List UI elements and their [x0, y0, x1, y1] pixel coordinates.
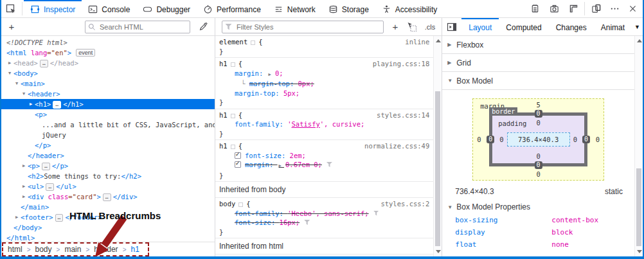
sidebar-toggle-icon[interactable] [442, 18, 461, 35]
border-right-value[interactable]: 0 [582, 136, 590, 143]
filter-styles-input[interactable] [222, 21, 384, 33]
padding-bottom-value[interactable]: 0 [492, 152, 584, 160]
expand-arrow-icon[interactable]: ▶ [6, 58, 13, 68]
markup-tree-row[interactable]: ...and a little bit of CSS, JavaScript, … [1, 120, 215, 130]
markup-tree-row[interactable]: ▶<head>…</head> [1, 58, 215, 68]
ellipsis-badge[interactable]: … [42, 163, 50, 170]
markup-tree-row[interactable]: </main> [1, 202, 215, 212]
css-declaration[interactable]: font-size: 2em; [219, 151, 429, 161]
property-name[interactable]: display [455, 228, 551, 237]
markup-tree-row[interactable]: <!DOCTYPE html> [1, 37, 215, 48]
notes-icon[interactable] [525, 0, 544, 17]
margin-right-value[interactable]: 0 [596, 136, 600, 143]
margin-left-value[interactable]: 0 [477, 136, 481, 143]
breadcrumb-item[interactable]: h1 [130, 245, 139, 254]
tab-changes[interactable]: Changes [549, 18, 594, 35]
stylesheet-link[interactable]: inline [405, 37, 429, 47]
property-value[interactable]: 'Heebo', sans-serif; [287, 210, 368, 217]
padding-top-value[interactable]: 0 [492, 119, 584, 127]
breadcrumb-item[interactable]: html [8, 245, 22, 254]
highlight-selector-icon[interactable] [231, 145, 235, 149]
rule-selector[interactable]: h1 [219, 142, 228, 150]
stylesheet-link[interactable]: styles.css:14 [377, 111, 429, 120]
tab-accessibility[interactable]: Accessibility [375, 0, 443, 17]
css-declaration[interactable]: margin: ▶ 0.67em 0; [219, 160, 429, 171]
close-icon[interactable] [623, 0, 641, 17]
markup-tree-row[interactable]: ▶<div class="card">…</div> [1, 192, 215, 202]
responsive-mode-icon[interactable] [586, 0, 605, 17]
expand-value-icon[interactable]: ▶ [269, 72, 274, 77]
border-left-value[interactable]: 0 [487, 136, 494, 143]
css-declaration[interactable]: font-family: 'Satisfy', cursive; [219, 120, 429, 129]
border-top-value[interactable]: 0 [535, 110, 542, 118]
property-name[interactable]: font-size [245, 152, 282, 159]
rule-selector[interactable]: h1 [219, 111, 228, 119]
property-value[interactable]: block [551, 228, 573, 237]
expand-arrow-icon[interactable]: ▶ [21, 181, 27, 192]
scrollbar-thumb[interactable] [636, 168, 641, 246]
expand-arrow-icon[interactable]: ▼ [13, 78, 20, 89]
declaration-checkbox[interactable] [235, 152, 241, 159]
markup-tree-row[interactable]: </html> [1, 233, 215, 242]
layout-scrollbar[interactable] [634, 36, 643, 256]
padding-right-value[interactable]: 0 [573, 136, 577, 143]
all-tabs-menu-icon[interactable]: ▼ [632, 18, 643, 35]
css-declaration[interactable]: margin-top: 5px; [219, 89, 429, 98]
stylesheet-link[interactable]: styles.css:2 [380, 199, 429, 209]
property-value[interactable]: none [551, 240, 569, 249]
padding-left-value[interactable]: 0 [499, 136, 503, 143]
css-declaration[interactable]: └ margin-top: 0px; [219, 79, 429, 89]
property-name[interactable]: margin-top [249, 80, 290, 87]
markup-tree-row[interactable]: ▼<header> [1, 89, 215, 99]
search-html-input[interactable] [85, 21, 190, 33]
scrollbar-thumb[interactable] [435, 91, 440, 246]
property-value[interactable]: 0.67em 0; [285, 161, 322, 168]
camera-icon[interactable] [544, 0, 564, 17]
tab-debugger[interactable]: Debugger [136, 0, 197, 17]
property-value[interactable]: 2em; [290, 152, 306, 159]
rule-selector[interactable]: element [219, 38, 247, 46]
toggle-classes-button[interactable]: .cls [421, 23, 440, 31]
tab-animations[interactable]: Animat [594, 18, 632, 35]
section-box-model[interactable]: ▼ Box Model [442, 72, 634, 90]
tab-console[interactable]: Console [82, 0, 136, 17]
ellipsis-badge[interactable]: … [40, 60, 48, 67]
markup-tree-row[interactable]: ▶<p>…</p> [1, 161, 215, 171]
pseudo-class-icon[interactable] [403, 22, 421, 32]
declaration-checkbox[interactable] [235, 161, 241, 168]
stylesheet-link[interactable]: normalize.css:13 [364, 256, 429, 256]
add-node-button[interactable]: + [4, 21, 19, 32]
stylesheet-link[interactable]: normalize.css:49 [364, 141, 429, 151]
rules-scrollbar[interactable] [433, 36, 442, 256]
expand-value-icon[interactable]: ▶ [279, 163, 284, 168]
tab-network[interactable]: Network [267, 0, 322, 17]
markup-tree-row[interactable]: jQuery [1, 130, 215, 140]
menu-icon[interactable] [605, 0, 623, 17]
css-declaration[interactable]: margin: ▶ 0; [219, 69, 429, 80]
content-box[interactable]: 736.4×40.3 [507, 132, 570, 147]
font-link[interactable]: Satisfy [292, 120, 320, 128]
scroll-up-icon[interactable] [637, 39, 642, 42]
ellipsis-badge[interactable]: … [53, 101, 61, 109]
tab-layout[interactable]: Layout [461, 18, 499, 35]
stylesheet-link[interactable]: playing.css:18 [373, 59, 430, 69]
markup-tree-row[interactable]: <p> [1, 109, 215, 120]
tab-inspector[interactable]: Inspector [24, 0, 82, 17]
tab-performance[interactable]: Performance [197, 0, 267, 17]
box-model-diagram[interactable]: margin 5 0 0 0 border 0 0 0 0 padding 0 [472, 98, 604, 181]
expand-arrow-icon[interactable]: ▶ [21, 192, 27, 202]
markup-tree-row[interactable]: <h2>Some things to try:</h2> [1, 171, 215, 181]
ellipsis-badge[interactable]: … [55, 214, 64, 222]
property-name[interactable]: margin [245, 161, 269, 168]
property-name[interactable]: font-size [235, 219, 271, 226]
breadcrumb-item[interactable]: body [35, 245, 52, 254]
event-badge[interactable]: event [76, 49, 95, 57]
expand-arrow-icon[interactable]: ▶ [28, 99, 34, 109]
markup-tree-row[interactable]: </header> [1, 150, 215, 161]
markup-tree-row[interactable]: ▶<ul>…</ul> [1, 181, 215, 192]
property-name[interactable]: box-sizing [455, 216, 551, 224]
highlight-selector-icon[interactable] [251, 40, 255, 45]
highlight-selector-icon[interactable] [231, 114, 235, 118]
ellipsis-badge[interactable]: … [103, 193, 111, 201]
ellipsis-badge[interactable]: … [46, 183, 54, 191]
